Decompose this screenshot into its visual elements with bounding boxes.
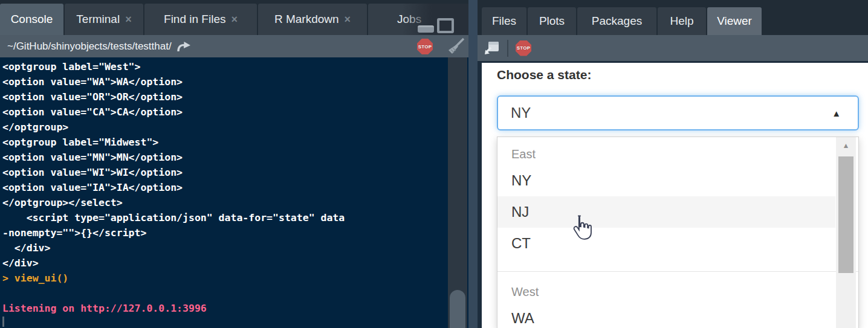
console-line: </optgroup> <box>2 120 468 135</box>
tab-help[interactable]: Help <box>658 7 706 35</box>
console-pathbar: ~/GitHub/shinyobjects/tests/testthat/ ST… <box>0 35 468 57</box>
tab-packages[interactable]: Packages <box>577 7 656 35</box>
tab-files[interactable]: Files <box>482 7 526 35</box>
console-line: <option value="CA">CA</option> <box>2 105 468 120</box>
tab-terminal-label: Terminal <box>76 13 120 26</box>
goto-directory-arrow-icon[interactable] <box>177 40 191 53</box>
stop-app-icon[interactable]: STOP <box>516 40 531 56</box>
minimize-pane-icon[interactable] <box>418 25 434 33</box>
tab-plots[interactable]: Plots <box>528 7 576 35</box>
dropdown-option-wa[interactable]: WA <box>497 303 835 328</box>
dropdown-option-ct[interactable]: CT <box>497 228 835 259</box>
clear-console-broom-icon[interactable] <box>447 37 465 56</box>
scrollbar-up-arrow-icon[interactable]: ▲ <box>836 141 856 150</box>
dropdown-option-ny[interactable]: NY <box>497 165 835 196</box>
viewer-toolbar: STOP <box>478 35 868 63</box>
tab-packages-label: Packages <box>592 14 642 28</box>
close-icon[interactable]: × <box>125 13 132 26</box>
stop-icon[interactable]: STOP <box>417 39 433 54</box>
open-in-new-window-icon[interactable] <box>484 40 500 56</box>
state-dropdown-menu: East NY NJ CT West WA ▲ <box>497 137 859 328</box>
console-line: -nonempty="">{}</script> <box>2 225 468 240</box>
console-line: <option value="WI">WI</option> <box>2 165 468 180</box>
console-prompt-line: > view_ui() <box>2 271 468 286</box>
optgroup-east-label: East <box>497 137 858 165</box>
dropdown-scrollbar-thumb[interactable] <box>838 156 853 273</box>
console-pane-tabbar: Console Terminal × Find in Files × R Mar… <box>0 0 468 35</box>
viewer-pane: Files Plots Packages Help Viewer <box>478 0 868 328</box>
viewer-pane-tabbar: Files Plots Packages Help Viewer <box>478 0 868 35</box>
tab-r-markdown-label: R Markdown <box>274 13 339 26</box>
console-scrollbar[interactable] <box>448 57 467 328</box>
chevron-up-icon: ▲ <box>832 108 841 118</box>
tab-console-label: Console <box>11 13 53 26</box>
console-line: <option value="MN">MN</option> <box>2 150 468 165</box>
console-output[interactable]: <optgroup label="West"> <option value="W… <box>0 57 468 328</box>
console-line: <option value="WA">WA</option> <box>2 74 468 89</box>
console-blank-line <box>2 286 468 301</box>
console-line: <optgroup label="West"> <box>2 59 468 74</box>
tab-viewer-label: Viewer <box>717 14 752 28</box>
toolbar-separator <box>507 40 508 57</box>
tab-find-in-files[interactable]: Find in Files × <box>144 4 257 35</box>
console-scrollbar-thumb[interactable] <box>450 290 465 328</box>
working-directory-path: ~/GitHub/shinyobjects/tests/testthat/ <box>7 40 172 53</box>
close-icon[interactable]: × <box>231 13 238 26</box>
optgroup-west-label: West <box>497 272 858 303</box>
console-pane: Console Terminal × Find in Files × R Mar… <box>0 0 468 328</box>
select-state-label: Choose a state: <box>497 68 591 82</box>
console-message-line: Listening on http://127.0.0.1:3996 <box>2 301 468 316</box>
tab-find-in-files-label: Find in Files <box>164 13 225 26</box>
tab-terminal[interactable]: Terminal × <box>65 4 143 35</box>
state-select-value: NY <box>511 105 531 121</box>
tab-r-markdown[interactable]: R Markdown × <box>258 4 367 35</box>
tab-files-label: Files <box>492 14 516 28</box>
tab-plots-label: Plots <box>539 14 565 28</box>
dropdown-scrollbar[interactable]: ▲ <box>836 137 856 328</box>
dropdown-option-nj[interactable]: NJ <box>497 196 835 228</box>
tab-console[interactable]: Console <box>0 4 63 35</box>
console-line: <option value="IA">IA</option> <box>2 180 468 195</box>
maximize-pane-icon[interactable] <box>437 18 454 33</box>
tab-viewer[interactable]: Viewer <box>707 7 762 35</box>
shiny-app-view: Choose a state: NY ▲ East NY NJ CT West … <box>478 63 868 328</box>
tab-help-label: Help <box>670 14 693 28</box>
pane-buttons <box>402 4 468 35</box>
console-line: </div> <box>2 256 468 271</box>
state-select-input[interactable]: NY ▲ <box>497 95 859 130</box>
console-cursor-line <box>2 316 468 328</box>
console-line: <option value="OR">OR</option> <box>2 89 468 105</box>
text-cursor <box>2 317 4 327</box>
rstudio-window: Console Terminal × Find in Files × R Mar… <box>0 0 868 328</box>
console-line: <script type="application/json" data-for… <box>2 210 468 225</box>
close-icon[interactable]: × <box>345 13 351 26</box>
console-line: </optgroup></select> <box>2 195 468 210</box>
console-line: <optgroup label="Midwest"> <box>2 135 468 150</box>
console-line: </div> <box>2 240 468 256</box>
